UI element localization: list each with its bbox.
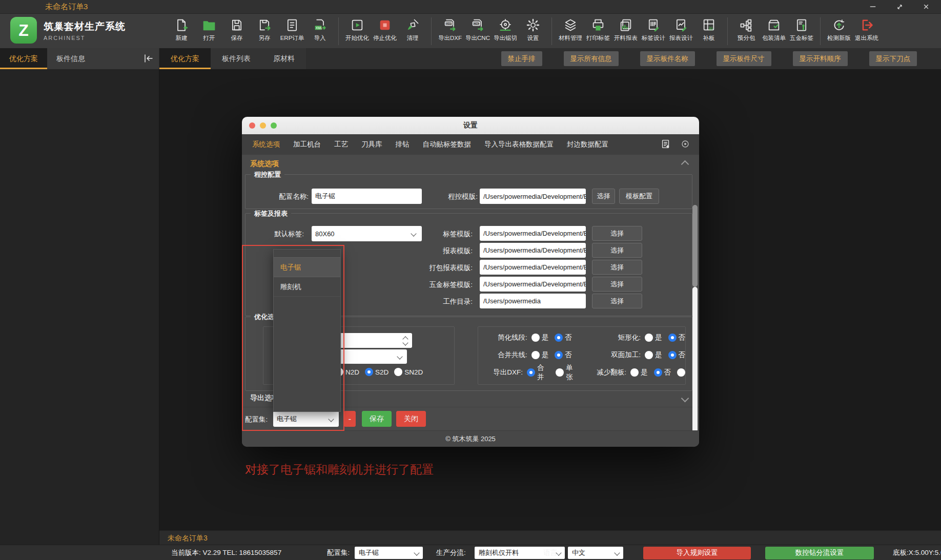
tab-3[interactable]: 原材料	[262, 48, 306, 69]
toolbar-button-export-cnc[interactable]: CNC导出CNC	[464, 17, 492, 42]
toolbar-button-save[interactable]: 保存	[223, 17, 251, 42]
sidebar-tab-2[interactable]: 板件信息	[47, 48, 94, 69]
maximize-light-icon[interactable]	[271, 122, 277, 129]
chevron-down-icon[interactable]	[402, 340, 408, 345]
popup-list-item[interactable]: 电子锯	[274, 257, 340, 277]
radio-selected-icon[interactable]	[527, 368, 535, 377]
radio-icon[interactable]	[531, 334, 540, 342]
mode-radio-option[interactable]: S2D	[365, 368, 388, 376]
toolbar-button-hardware-label[interactable]: 五金标签	[788, 17, 815, 42]
close-light-icon[interactable]	[249, 122, 255, 129]
radio-option[interactable]: 否	[555, 350, 572, 360]
radio-option[interactable]: 是	[531, 350, 549, 360]
radio-option[interactable]: 是	[645, 350, 662, 360]
radio-option[interactable]: 合并	[527, 363, 549, 382]
scrollbar-thumb-upper[interactable]	[692, 205, 698, 287]
toolbar-button-open-folder[interactable]: 打开	[195, 17, 223, 42]
choose-program-template-button[interactable]: 选择	[592, 189, 615, 204]
toolbar-button-print-label[interactable]: 打印标签	[584, 17, 612, 42]
program-template-input[interactable]: /Users/powermedia/Development/B	[480, 189, 586, 204]
toolbar-button-material-layers[interactable]: 材料管理	[557, 17, 584, 42]
close-icon[interactable]	[920, 1, 932, 12]
dialog-tab-5[interactable]: 排钻	[396, 140, 410, 149]
toolbar-button-check-update[interactable]: 检测新版	[825, 17, 853, 42]
radio-option[interactable]	[677, 368, 685, 377]
toolbar-button-import-xml[interactable]: XML导入	[306, 17, 334, 42]
toolbar-button-report-design[interactable]: 报表设计	[667, 17, 695, 42]
radio-icon[interactable]	[531, 351, 540, 359]
radio-option[interactable]: 否	[668, 333, 686, 342]
template-path-input[interactable]: /Users/powermedia/Development/B	[480, 260, 586, 275]
template-config-button[interactable]: 模板配置	[619, 189, 659, 204]
radio-option[interactable]: 否	[654, 368, 671, 377]
toolbar-button-settings-gear[interactable]: 设置	[519, 17, 547, 42]
radio-icon[interactable]	[630, 368, 639, 377]
radio-selected-icon[interactable]	[668, 351, 677, 359]
toolbar-button-export-saw[interactable]: 导出锯切	[492, 17, 519, 42]
config-set-dropdown[interactable]: 电子锯	[355, 547, 423, 559]
import-rules-button[interactable]: 导入规则设置	[643, 547, 751, 559]
reset-icon[interactable]	[680, 138, 691, 152]
radio-option[interactable]: 是	[531, 333, 549, 342]
collapse-left-icon[interactable]	[142, 52, 155, 67]
radio-option[interactable]: 是	[645, 333, 662, 342]
radio-icon[interactable]	[394, 368, 402, 376]
radio-selected-icon[interactable]	[668, 334, 677, 342]
view-toggle-button-1[interactable]: 禁止手排	[501, 51, 542, 66]
toolbar-button-clean-brush[interactable]: 清理	[399, 17, 426, 42]
radio-selected-icon[interactable]	[654, 368, 662, 377]
import-config-icon[interactable]	[660, 138, 671, 152]
radio-option[interactable]: 否	[668, 350, 686, 360]
view-toggle-button-5[interactable]: 显示开料顺序	[793, 51, 848, 66]
toolbar-button-pre-package[interactable]: 预分包	[732, 17, 760, 42]
choose-file-button[interactable]: 选择	[592, 260, 642, 275]
remove-config-button[interactable]: -	[344, 411, 356, 427]
toolbar-button-save-as[interactable]: 另存	[251, 17, 278, 42]
order-bottom-tab[interactable]: 未命名订单3	[168, 534, 208, 542]
choose-file-button[interactable]: 选择	[592, 277, 642, 292]
radio-icon[interactable]	[556, 368, 564, 377]
toolbar-button-start-optimize[interactable]: 开始优化	[343, 17, 371, 42]
radio-option[interactable]: 单张	[556, 363, 578, 382]
radio-icon[interactable]	[677, 368, 685, 377]
choose-file-button[interactable]: 选择	[592, 243, 642, 258]
section-system-options[interactable]: 系统选项	[246, 157, 695, 171]
radio-selected-icon[interactable]	[555, 334, 563, 342]
sidebar-tab-1[interactable]: 优化方案	[0, 48, 47, 69]
template-path-input[interactable]: /Users/powermedia/Development/B	[480, 226, 586, 241]
config-set-dropdown[interactable]: 电子锯	[273, 411, 339, 427]
tab-2[interactable]: 板件列表	[211, 48, 262, 69]
radio-icon[interactable]	[645, 351, 653, 359]
popup-list-item[interactable]: 雕刻机	[274, 277, 340, 297]
maximize-icon[interactable]	[894, 1, 905, 12]
choose-file-button[interactable]: 选择	[592, 294, 642, 308]
choose-file-button[interactable]: 选择	[592, 226, 642, 241]
mode-radio-option[interactable]: SN2D	[394, 368, 423, 376]
close-button[interactable]: 关闭	[396, 411, 426, 427]
language-dropdown[interactable]: 中文	[568, 547, 623, 559]
radio-selected-icon[interactable]	[555, 351, 563, 359]
dialog-tab-7[interactable]: 导入导出表格数据配置	[484, 140, 554, 149]
save-button[interactable]: 保存	[362, 411, 392, 427]
nc-drill-split-button[interactable]: 数控钻分流设置	[765, 547, 874, 559]
dialog-tab-1[interactable]: 系统选项	[252, 140, 280, 149]
toolbar-button-new-file[interactable]: 新建	[168, 17, 195, 42]
radio-icon[interactable]	[645, 334, 653, 342]
view-toggle-button-2[interactable]: 显示所有信息	[564, 51, 619, 66]
template-path-input[interactable]: /Users/powermedia/Development/B	[480, 277, 586, 292]
dialog-tab-6[interactable]: 自动贴标签数据	[423, 140, 472, 149]
dialog-tab-8[interactable]: 封边数据配置	[567, 140, 608, 149]
radio-option[interactable]: 是	[630, 368, 648, 377]
minimize-icon[interactable]	[867, 1, 878, 12]
dialog-tab-4[interactable]: 刀具库	[361, 140, 382, 149]
view-toggle-button-6[interactable]: 显示下刀点	[869, 51, 917, 66]
dialog-tab-2[interactable]: 加工机台	[293, 140, 321, 149]
toolbar-button-cutting-report[interactable]: 开料报表	[612, 17, 640, 42]
scrollbar-thumb[interactable]	[692, 287, 698, 434]
toolbar-button-erp-order[interactable]: ERP订单	[278, 17, 306, 42]
config-name-input[interactable]: 电子锯	[312, 189, 422, 204]
toolbar-button-patch-board[interactable]: 补补板	[695, 17, 723, 42]
radio-selected-icon[interactable]	[365, 368, 373, 376]
view-toggle-button-3[interactable]: 显示板件名称	[640, 51, 695, 66]
toolbar-button-exit-system[interactable]: 退出系统	[853, 17, 881, 42]
